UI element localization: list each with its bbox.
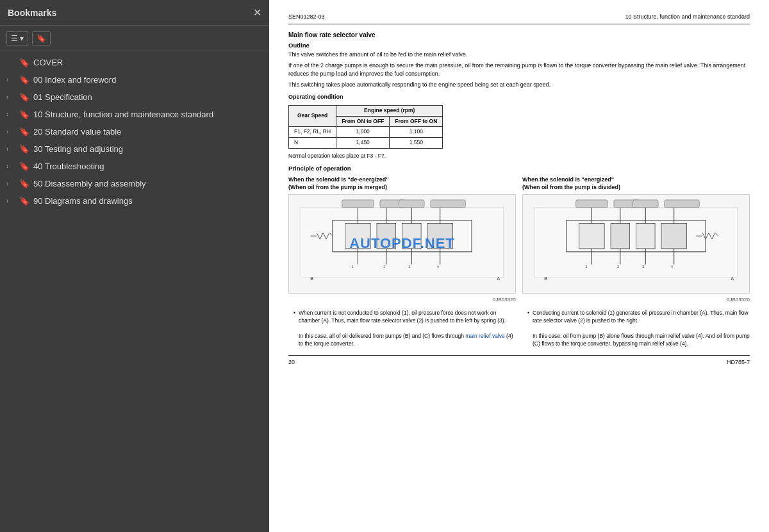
left-bullet-text: When current is not conducted to solenoi…: [294, 310, 516, 347]
right-diagram-caption: 0JB03520: [522, 296, 750, 303]
svg-rect-47: [665, 200, 699, 208]
svg-rect-20: [342, 200, 374, 208]
bookmark-label-00: 00 Index and foreword: [33, 75, 263, 85]
footer-model: HD785-7: [727, 358, 750, 367]
chevron-icon: ›: [6, 145, 15, 153]
left-bullet-box: When current is not conducted to solenoi…: [288, 307, 516, 350]
doc-outline-title: Outline: [288, 41, 750, 49]
doc-body-para2: This switching takes place automatically…: [288, 81, 750, 89]
doc-outline-text: This valve switches the amount of oil to…: [288, 51, 750, 59]
sidebar-item-50[interactable]: ›🔖50 Disassembly and assembly: [0, 175, 269, 192]
watermark-left: AUTOPDF.NET: [349, 234, 455, 254]
doc-section-title: Main flow rate selector valve: [288, 31, 750, 40]
chevron-icon: ›: [6, 94, 15, 101]
table-col2-group: Engine speed (rpm): [336, 105, 443, 116]
document-panel: SEN01282-03 10 Structure, function and m…: [269, 0, 769, 532]
svg-text:1: 1: [586, 264, 588, 268]
svg-rect-28: [636, 223, 656, 248]
chevron-icon: ›: [6, 128, 15, 135]
right-diagram-title: When the solenoid is "energized" (When o…: [522, 176, 750, 191]
sidebar-item-40[interactable]: ›🔖40 Troubleshooting: [0, 158, 269, 175]
table-cell-gear2: N: [289, 138, 336, 149]
principle-title: Principle of operation: [288, 164, 750, 172]
svg-text:1: 1: [352, 264, 354, 268]
left-diagram-box: When the solenoid is "de-energized" (Whe…: [288, 176, 516, 303]
table-row: N 1,450 1,550: [289, 138, 443, 149]
sidebar-title: Bookmarks: [8, 8, 56, 18]
svg-rect-27: [611, 223, 630, 248]
bookmark-icon: 🔖: [19, 58, 29, 67]
bookmark-icon: 🔖: [19, 179, 29, 188]
sidebar-item-10[interactable]: ›🔖10 Structure, function and maintenance…: [0, 106, 269, 123]
doc-header-right: 10 Structure, function and maintenance s…: [625, 13, 750, 21]
diagram-row: When the solenoid is "de-energized" (Whe…: [288, 176, 750, 303]
close-button[interactable]: ✕: [253, 6, 261, 19]
bookmark-label-40: 40 Troubleshooting: [33, 162, 263, 171]
bookmark-label-90: 90 Diagrams and drawings: [33, 196, 263, 206]
operating-label: Operating condition: [288, 93, 750, 101]
sidebar: Bookmarks ✕ ☰ ▾ 🔖 🔖COVER›🔖00 Index and f…: [0, 0, 269, 532]
sidebar-item-00[interactable]: ›🔖00 Index and foreword: [0, 71, 269, 88]
svg-text:A: A: [497, 276, 500, 281]
table-cell-gear1: F1, F2, RL, RH: [289, 127, 336, 138]
principle-section: Principle of operation When the solenoid…: [288, 164, 750, 350]
right-diagram-image: B A 1 2 3 4: [522, 194, 750, 294]
bookmark-icon: 🔖: [19, 92, 29, 102]
doc-footer: 20 HD785-7: [288, 355, 750, 367]
table-cell-off-on1: 1,100: [390, 127, 443, 138]
svg-rect-44: [576, 200, 608, 208]
svg-text:2: 2: [617, 264, 619, 268]
sidebar-item-20[interactable]: ›🔖20 Standard value table: [0, 123, 269, 140]
bookmark-icon: 🔖: [19, 144, 29, 154]
table-col1: Gear Speed: [289, 105, 336, 127]
svg-rect-29: [661, 223, 686, 248]
doc-header: SEN01282-03 10 Structure, function and m…: [288, 13, 750, 24]
sidebar-header: Bookmarks ✕: [0, 0, 269, 26]
bookmark-icon: 🔖: [19, 110, 29, 119]
chevron-icon: ›: [6, 111, 15, 118]
right-bullet-box: Conducting current to solenoid (1) gener…: [522, 307, 750, 350]
bookmark-label-01: 01 Specification: [33, 92, 263, 102]
sidebar-toolbar: ☰ ▾ 🔖: [0, 26, 269, 51]
bookmark-list: 🔖COVER›🔖00 Index and foreword›🔖01 Specif…: [0, 51, 269, 532]
chevron-icon: ›: [6, 180, 15, 187]
sidebar-item-90[interactable]: ›🔖90 Diagrams and drawings: [0, 192, 269, 210]
svg-rect-46: [633, 200, 658, 208]
svg-rect-23: [431, 200, 465, 208]
bookmark-label-10: 10 Structure, function and maintenance s…: [33, 110, 263, 119]
bookmark-label-30: 30 Testing and adjusting: [33, 144, 263, 154]
bookmark-label-cover: COVER: [33, 58, 263, 67]
right-bullet-text: Conducting current to solenoid (1) gener…: [527, 310, 750, 347]
left-diagram-caption: 0JB03525: [288, 296, 516, 303]
doc-header-left: SEN01282-03: [288, 13, 325, 21]
table-cell-on-off2: 1,450: [336, 138, 390, 149]
left-diagram-title: When the solenoid is "de-energized" (Whe…: [288, 176, 516, 191]
bookmark-icon: 🔖: [19, 162, 29, 171]
bullet-row: When current is not conducted to solenoi…: [288, 307, 750, 350]
right-diagram-box: When the solenoid is "energized" (When o…: [522, 176, 750, 303]
view-options-button[interactable]: ☰ ▾: [6, 31, 28, 46]
table-col2a: From ON to OFF: [336, 116, 390, 127]
sidebar-item-30[interactable]: ›🔖30 Testing and adjusting: [0, 140, 269, 158]
bookmark-label-20: 20 Standard value table: [33, 127, 263, 137]
document-page: SEN01282-03 10 Structure, function and m…: [269, 0, 769, 532]
left-diagram-image: AUTOPDF.NET: [288, 194, 516, 294]
chevron-icon: ›: [6, 197, 15, 204]
bookmark-button[interactable]: 🔖: [32, 31, 51, 46]
svg-rect-26: [579, 223, 604, 248]
chevron-icon: ›: [6, 163, 15, 170]
bookmark-icon: 🔖: [19, 127, 29, 137]
bookmark-icon: 🔖: [19, 75, 29, 85]
svg-text:A: A: [731, 276, 734, 281]
svg-text:B: B: [310, 276, 313, 281]
table-cell-off-on2: 1,550: [390, 138, 443, 149]
svg-rect-22: [399, 200, 424, 208]
sidebar-item-cover[interactable]: 🔖COVER: [0, 54, 269, 71]
table-col2b: From OFF to ON: [390, 116, 443, 127]
svg-text:B: B: [544, 276, 547, 281]
sidebar-item-01[interactable]: ›🔖01 Specification: [0, 88, 269, 106]
operating-table: Gear Speed Engine speed (rpm) From ON to…: [288, 105, 443, 149]
table-cell-on-off1: 1,000: [336, 127, 390, 138]
bookmark-label-50: 50 Disassembly and assembly: [33, 179, 263, 188]
footer-page: 20: [288, 358, 295, 367]
